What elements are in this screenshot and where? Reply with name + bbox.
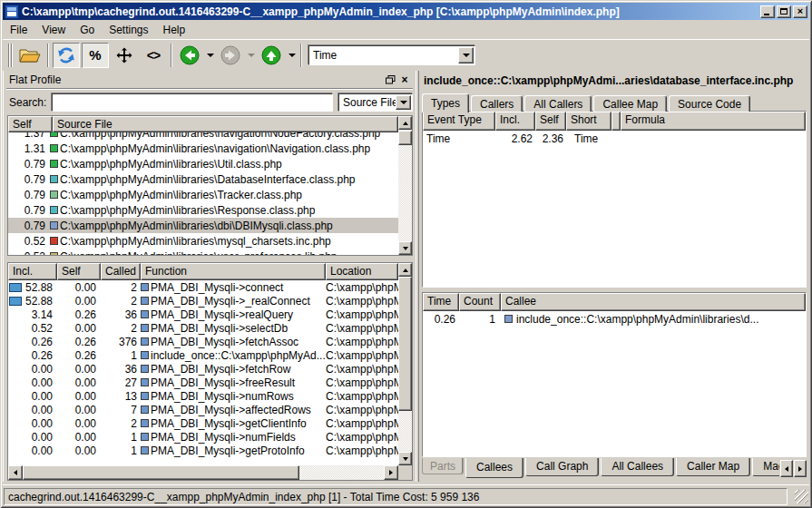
- self-cost: 0.79: [8, 189, 50, 201]
- dock-title-bar[interactable]: Flat Profile ×: [6, 72, 413, 89]
- vertical-scrollbar[interactable]: [398, 116, 412, 255]
- menu-file[interactable]: File: [3, 22, 34, 38]
- scroll-up-button[interactable]: [398, 116, 412, 130]
- back-button[interactable]: [176, 43, 203, 68]
- column-header-event-type[interactable]: Event Type: [423, 112, 495, 131]
- expand-move-button[interactable]: [111, 43, 138, 68]
- source-file-row[interactable]: 0.79 C:\xampp\phpMyAdmin\libraries\Datab…: [8, 171, 398, 187]
- column-header-incl[interactable]: Incl.: [495, 112, 535, 131]
- resize-grip[interactable]: [795, 490, 808, 503]
- function-row[interactable]: 0.00 0.00 36 PMA_DBI_Mysqli->fetchRow C:…: [8, 362, 398, 376]
- forward-dropdown-button[interactable]: [245, 43, 257, 68]
- column-header-callee[interactable]: Callee: [501, 293, 806, 311]
- scroll-left-button[interactable]: [8, 465, 23, 480]
- tab-types[interactable]: Types: [422, 93, 469, 112]
- open-folder-icon: [19, 46, 41, 64]
- source-file-row[interactable]: 0.79 C:\xampp\phpMyAdmin\libraries\Util.…: [8, 156, 398, 171]
- toolbar-separator: [300, 44, 302, 67]
- column-header-self[interactable]: Self: [535, 112, 566, 131]
- close-dock-button[interactable]: ×: [398, 74, 411, 86]
- toolbar-handle[interactable]: [11, 44, 13, 67]
- function-row[interactable]: 0.00 0.00 7 PMA_DBI_Mysqli->affectedRows…: [8, 403, 398, 416]
- function-row[interactable]: 0.00 0.00 1 PMA_DBI_Mysqli->numFields C:…: [8, 430, 398, 444]
- up-dropdown-button[interactable]: [286, 43, 298, 68]
- event-type-row[interactable]: Time 2.62 2.36 Time: [423, 131, 806, 146]
- menu-help[interactable]: Help: [156, 22, 193, 38]
- source-file-row[interactable]: 0.79 C:\xampp\phpMyAdmin\libraries\Respo…: [8, 202, 398, 218]
- back-dropdown-button[interactable]: [204, 43, 216, 68]
- function-row[interactable]: 0.00 0.00 1 PMA_DBI_Mysqli->getProtoInfo…: [8, 444, 398, 457]
- function-row[interactable]: 0.26 0.26 376 PMA_DBI_Mysqli->fetchAssoc…: [8, 335, 398, 348]
- close-button[interactable]: ×: [793, 5, 807, 18]
- menu-settings[interactable]: Settings: [102, 22, 155, 38]
- function-row[interactable]: 0.00 0.00 27 PMA_DBI_Mysqli->freeResult …: [8, 376, 398, 389]
- scrollbar-thumb[interactable]: [398, 131, 412, 145]
- table-header-row: Time Count Callee: [423, 293, 806, 311]
- group-mode-dropdown-button[interactable]: [396, 95, 411, 110]
- function-row[interactable]: 52.88 0.00 2 PMA_DBI_Mysqli->connect C:\…: [8, 280, 398, 294]
- column-header-formula[interactable]: Formula: [621, 112, 806, 131]
- group-mode-selector[interactable]: Source File: [338, 93, 413, 112]
- function-cell: PMA_DBI_Mysqli->getClientInfo: [141, 417, 326, 430]
- scroll-down-button[interactable]: [398, 241, 412, 255]
- column-header-count[interactable]: Count: [459, 293, 501, 311]
- menu-view[interactable]: View: [34, 22, 73, 38]
- tab-all-callers[interactable]: All Callers: [524, 95, 592, 112]
- function-row[interactable]: 0.52 0.00 2 PMA_DBI_Mysqli->selectDb C:\…: [8, 321, 398, 335]
- scroll-down-button[interactable]: [398, 452, 412, 465]
- tab-scroll-right-button[interactable]: [794, 460, 807, 477]
- column-header-called[interactable]: Called: [101, 263, 141, 280]
- title-bar[interactable]: C:\xampp\tmp\cachegrind.out.1416463299-C…: [3, 3, 809, 20]
- source-file-row-selected[interactable]: 0.79 C:\xampp\phpMyAdmin\libraries\dbi\D…: [8, 218, 398, 233]
- tab-all-callees[interactable]: All Callees: [601, 458, 674, 476]
- cycle-detection-button[interactable]: <>: [140, 43, 167, 68]
- column-header-time[interactable]: Time: [423, 293, 459, 311]
- tab-scroll-left-button[interactable]: [780, 460, 793, 477]
- incl-cell: 0.00: [8, 363, 57, 376]
- scrollbar-thumb[interactable]: [398, 277, 412, 411]
- function-row[interactable]: 3.14 0.26 36 PMA_DBI_Mysqli->realQuery C…: [8, 308, 398, 321]
- scroll-up-button[interactable]: [398, 263, 412, 277]
- source-file-row[interactable]: 1.31 C:\xampp\phpMyAdmin\libraries\navig…: [8, 141, 398, 156]
- toolbar-handle[interactable]: [8, 44, 10, 67]
- column-header-function[interactable]: Function: [141, 263, 326, 280]
- column-header-self[interactable]: Self: [8, 116, 53, 132]
- tab-callee-map[interactable]: Callee Map: [593, 95, 667, 112]
- vertical-scrollbar[interactable]: [398, 263, 412, 465]
- up-button[interactable]: [258, 43, 285, 68]
- column-header-short[interactable]: Short: [566, 112, 611, 131]
- function-row[interactable]: 0.00 0.00 13 PMA_DBI_Mysqli->numRows C:\…: [8, 389, 398, 403]
- float-dock-button[interactable]: [384, 74, 396, 86]
- scroll-right-button[interactable]: [384, 465, 398, 480]
- column-header-self[interactable]: Self: [57, 263, 101, 280]
- source-file-row[interactable]: 0.52 C:\xampp\phpMyAdmin\libraries\mysql…: [8, 233, 398, 249]
- forward-button[interactable]: [217, 43, 244, 68]
- tab-machine[interactable]: Machine: [752, 458, 779, 476]
- event-type-selector[interactable]: Time: [308, 45, 475, 65]
- column-header-location[interactable]: Location: [326, 263, 398, 280]
- source-file-row[interactable]: 1.37 C:\xampp\phpMyAdmin\libraries\navig…: [8, 132, 398, 141]
- reload-button[interactable]: [53, 43, 80, 68]
- maximize-button[interactable]: [777, 5, 791, 18]
- relative-percent-button[interactable]: %: [82, 43, 109, 68]
- function-row[interactable]: 0.00 0.00 2 PMA_DBI_Mysqli->getClientInf…: [8, 416, 398, 430]
- callee-row[interactable]: 0.26 1 include_once::C:\xampp\phpMyAdmin…: [423, 311, 806, 327]
- open-file-button[interactable]: [16, 43, 44, 68]
- minimize-button[interactable]: [760, 5, 775, 18]
- tab-source-code[interactable]: Source Code: [669, 95, 750, 112]
- source-file-row[interactable]: 0.52 C:\xampp\phpMyAdmin\libraries\user_…: [8, 249, 398, 255]
- event-type-dropdown-button[interactable]: [458, 47, 474, 64]
- tab-callers[interactable]: Callers: [471, 95, 523, 112]
- column-header-source-file[interactable]: Source File: [53, 116, 398, 132]
- tab-caller-map[interactable]: Caller Map: [676, 458, 750, 476]
- function-row[interactable]: 52.88 0.00 2 PMA_DBI_Mysqli->_realConnec…: [8, 294, 398, 308]
- function-row[interactable]: 0.26 0.26 1 include_once::C:\xampp\phpMy…: [8, 348, 398, 362]
- scrollbar-thumb[interactable]: [23, 465, 299, 480]
- search-input[interactable]: [52, 93, 333, 112]
- tab-callees[interactable]: Callees: [465, 458, 523, 478]
- menu-go[interactable]: Go: [73, 22, 102, 38]
- horizontal-scrollbar[interactable]: [8, 465, 398, 480]
- column-header-incl[interactable]: Incl.: [8, 263, 57, 280]
- source-file-row[interactable]: 0.79 C:\xampp\phpMyAdmin\libraries\Track…: [8, 187, 398, 202]
- tab-call-graph[interactable]: Call Graph: [525, 458, 599, 476]
